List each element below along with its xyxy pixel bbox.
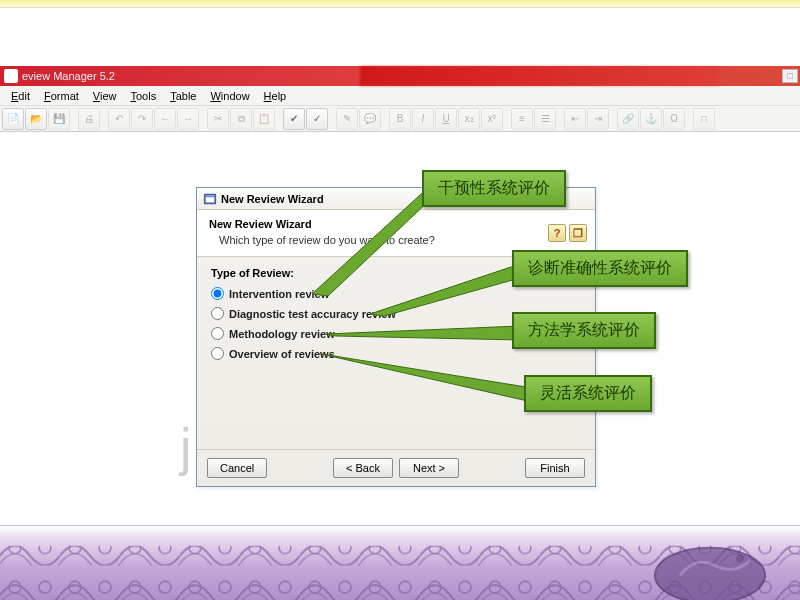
- track-changes-icon: ✎: [336, 108, 358, 130]
- window-title: eview Manager 5.2: [22, 70, 115, 82]
- svg-point-11: [736, 555, 744, 563]
- callout-overview: 灵活系统评价: [524, 375, 652, 412]
- help-button[interactable]: ?: [548, 224, 566, 242]
- link-icon: 🔗: [617, 108, 639, 130]
- bold-icon: B: [389, 108, 411, 130]
- handbook-button[interactable]: ❐: [569, 224, 587, 242]
- save-icon[interactable]: 💾: [48, 108, 70, 130]
- radio-diagnostic-label: Diagnostic test accuracy review: [229, 308, 396, 320]
- menu-tools[interactable]: Tools: [123, 88, 163, 104]
- dialog-title: New Review Wizard: [221, 193, 324, 205]
- cut-icon: ✂: [207, 108, 229, 130]
- nav-fwd-icon: →: [177, 108, 199, 130]
- next-button[interactable]: Next >: [399, 458, 459, 478]
- dialog-footer: Cancel < Back Next > Finish: [197, 449, 595, 486]
- indent-icon: ⇥: [587, 108, 609, 130]
- radio-methodology-label: Methodology review: [229, 328, 335, 340]
- radio-intervention[interactable]: Intervention review: [211, 287, 581, 300]
- dialog-header-subtitle: Which type of review do you want to crea…: [209, 234, 583, 246]
- back-button[interactable]: < Back: [333, 458, 393, 478]
- menu-table[interactable]: Table: [163, 88, 203, 104]
- spellcheck-icon[interactable]: ✔: [283, 108, 305, 130]
- footer-decoration: [0, 525, 800, 600]
- copy-icon: ⧉: [230, 108, 252, 130]
- undo-icon: ↶: [108, 108, 130, 130]
- callout-intervention: 干预性系统评价: [422, 170, 566, 207]
- radio-diagnostic-input[interactable]: [211, 307, 224, 320]
- sub-icon: x₂: [458, 108, 480, 130]
- app-icon: [4, 69, 18, 83]
- anchor-icon: ⚓: [640, 108, 662, 130]
- radio-overview-label: Overview of reviews: [229, 348, 335, 360]
- radio-intervention-input[interactable]: [211, 287, 224, 300]
- sup-icon: x²: [481, 108, 503, 130]
- underline-icon: U: [435, 108, 457, 130]
- radio-intervention-label: Intervention review: [229, 288, 329, 300]
- symbol-icon: Ω: [663, 108, 685, 130]
- cancel-button[interactable]: Cancel: [207, 458, 267, 478]
- titlebar-decoration: [360, 66, 720, 86]
- dialog-header-title: New Review Wizard: [209, 218, 583, 230]
- callout-methodology: 方法学系统评价: [512, 312, 656, 349]
- radio-overview-input[interactable]: [211, 347, 224, 360]
- italic-icon: I: [412, 108, 434, 130]
- wizard-icon: [203, 192, 217, 206]
- toolbar: 📄 📂 💾 🖨 ↶ ↷ ← → ✂ ⧉ 📋 ✔ ✓ ✎ 💬 B I U x₂ x…: [0, 106, 800, 132]
- window-control[interactable]: □: [782, 69, 798, 83]
- window-titlebar: eview Manager 5.2 □: [0, 66, 800, 86]
- paste-icon: 📋: [253, 108, 275, 130]
- menu-edit[interactable]: Edit: [4, 88, 37, 104]
- menubar: Edit Format View Tools Table Window Help: [0, 86, 800, 106]
- menu-format[interactable]: Format: [37, 88, 86, 104]
- content-area: jinchutou.com New Review Wizard New Revi…: [0, 132, 800, 522]
- tool-icon: □: [693, 108, 715, 130]
- print-icon: 🖨: [78, 108, 100, 130]
- list-number-icon: ☰: [534, 108, 556, 130]
- top-accent-bar: [0, 0, 800, 8]
- open-icon[interactable]: 📂: [25, 108, 47, 130]
- new-icon[interactable]: 📄: [2, 108, 24, 130]
- menu-window[interactable]: Window: [203, 88, 256, 104]
- outdent-icon: ⇤: [564, 108, 586, 130]
- comment-icon: 💬: [359, 108, 381, 130]
- radio-methodology-input[interactable]: [211, 327, 224, 340]
- list-bullet-icon: ≡: [511, 108, 533, 130]
- check-icon[interactable]: ✓: [306, 108, 328, 130]
- finish-button[interactable]: Finish: [525, 458, 585, 478]
- nav-back-icon: ←: [154, 108, 176, 130]
- callout-diagnostic: 诊断准确性系统评价: [512, 250, 688, 287]
- svg-point-10: [655, 548, 765, 600]
- redo-icon: ↷: [131, 108, 153, 130]
- menu-view[interactable]: View: [86, 88, 124, 104]
- blank-area: [0, 8, 800, 66]
- menu-help[interactable]: Help: [257, 88, 294, 104]
- svg-rect-2: [206, 195, 215, 197]
